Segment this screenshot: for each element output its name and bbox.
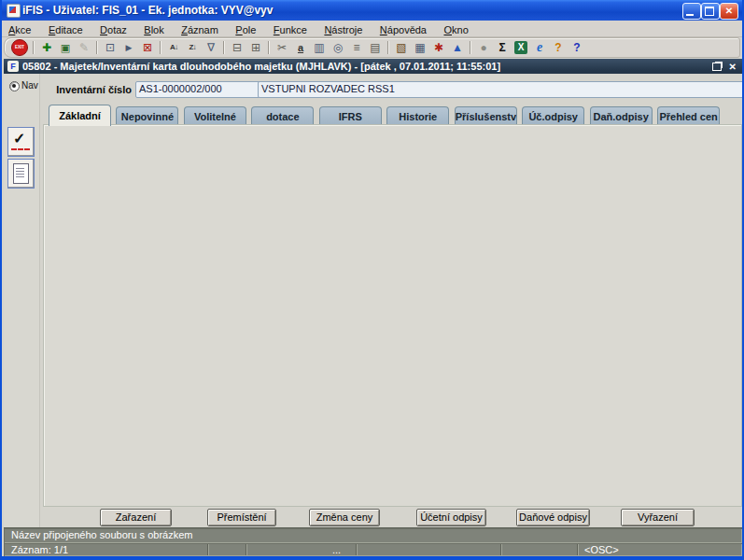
record-help-icon[interactable]: ? [549, 39, 568, 56]
status-divider [356, 544, 358, 555]
new-record-icon[interactable]: ✚ [37, 39, 56, 56]
sort-asc-icon[interactable]: A↓ [164, 39, 183, 56]
ifis-application-window: iFIS - Uživatel: FIS_01 - Ek. jednotka: … [0, 0, 744, 560]
tab-uc-odpisy[interactable]: Úč.odpisy [522, 106, 584, 126]
mdi-close-icon[interactable]: ✕ [729, 60, 737, 74]
sum-icon[interactable]: Σ [493, 39, 512, 56]
excel-icon[interactable]: X [514, 41, 527, 54]
app-icon [7, 4, 21, 18]
vyrazeni-button[interactable]: Vyřazení [621, 509, 695, 526]
minimize-icon [686, 14, 694, 16]
duplicate-record-icon[interactable]: ▣ [56, 39, 75, 56]
maximize-button[interactable] [701, 3, 720, 20]
ifis-form-icon: F [7, 61, 19, 72]
tab-prislusenstvi[interactable]: Příslušenství [455, 106, 517, 126]
mdi-restore-icon[interactable] [712, 63, 722, 71]
list-blocks-icon[interactable]: ▤ [366, 39, 385, 56]
menu-bar: Akce Editace Dotaz Blok Záznam Pole Funk… [2, 21, 742, 37]
title-bar: iFIS - Uživatel: FIS_01 - Ek. jednotka: … [2, 0, 742, 21]
tab-volitelne[interactable]: Volitelné [184, 106, 246, 126]
menu-blok[interactable]: Blok [137, 22, 170, 38]
toolbar-separator [96, 41, 98, 54]
tab-strip: Základní Nepovinné Volitelné dotace IFRS… [49, 105, 742, 124]
premisteni-button[interactable]: Přemístění [207, 509, 276, 526]
zarazeni-button[interactable]: Zařazení [100, 509, 172, 526]
status-message-bar: Název připojeného souboru s obrázkem [4, 527, 742, 543]
menu-editace[interactable]: Editace [42, 22, 90, 38]
paste-icon[interactable]: a [291, 39, 310, 56]
tab-zakladni[interactable]: Základní [49, 105, 111, 126]
status-divider [500, 544, 502, 555]
save-icon[interactable]: ▦ [411, 39, 429, 56]
inventory-number-label: Inventární číslo [39, 83, 132, 97]
enter-query-icon[interactable]: ⊡ [101, 39, 119, 56]
tab-historie[interactable]: Historie [386, 106, 449, 126]
toolbar-separator [387, 41, 389, 54]
attachment-document-icon [13, 163, 29, 184]
toolbar-separator [223, 41, 225, 54]
execute-query-icon[interactable]: ▶ [119, 39, 138, 56]
ucetni-odpisy-button[interactable]: Účetní odpisy [416, 509, 486, 526]
bomb-icon[interactable]: ● [474, 39, 493, 56]
toolbar-separator [470, 41, 471, 54]
edit-record-icon[interactable]: ✎ [75, 39, 93, 56]
nav-radio[interactable] [9, 81, 20, 91]
status-dots: ... [332, 543, 341, 557]
menu-pole[interactable]: Pole [229, 22, 262, 38]
menu-nastroje[interactable]: Nástroje [317, 22, 369, 38]
help-icon[interactable]: ? [568, 39, 586, 56]
status-divider [207, 544, 209, 555]
inventory-number-field[interactable]: AS1-0000002/000 [135, 81, 261, 98]
tab-ifrs[interactable]: IFRS [319, 106, 382, 126]
menu-akce[interactable]: Akce [2, 22, 37, 38]
signature-line-icon [11, 148, 30, 150]
tab-nepovinne[interactable]: Nepovinné [116, 106, 178, 126]
toolbar: EXIT ✚ ▣ ✎ ⊡ ▶ ⊠ A↓ Z↓ ∇ ⊟ ⊞ ✂ a ▥ ◎ ≡ ▤… [2, 37, 742, 58]
filter-icon[interactable]: ∇ [202, 39, 220, 56]
cut-icon[interactable]: ✂ [273, 39, 291, 56]
maximize-icon [705, 7, 714, 16]
cancel-query-icon[interactable]: ⊠ [138, 39, 157, 56]
record-counter: Záznam: 1/1 [11, 543, 68, 557]
toolbar-separator [268, 41, 270, 54]
prism-icon[interactable]: ▲ [448, 39, 467, 56]
mdi-window-title: 05802 - Majetek/Inventární karta dlouhod… [22, 59, 500, 74]
close-button[interactable]: ✕ [720, 3, 738, 20]
status-message: Název připojeného souboru s obrázkem [11, 528, 192, 542]
menu-funkce[interactable]: Funkce [267, 22, 314, 38]
browser-icon[interactable]: e [530, 39, 549, 56]
tab-prehled-cen[interactable]: Přehled cen [657, 106, 720, 126]
toolbar-strip: EXIT ✚ ▣ ✎ ⊡ ▶ ⊠ A↓ Z↓ ∇ ⊟ ⊞ ✂ a ▥ ◎ ≡ ▤… [4, 37, 740, 58]
menu-zaznam[interactable]: Záznam [175, 22, 225, 38]
star-icon[interactable]: ✱ [429, 39, 448, 56]
list-values-icon[interactable]: ≡ [347, 39, 366, 56]
print-icon[interactable]: ⊟ [228, 39, 246, 56]
clipboard-icon[interactable]: ▧ [392, 39, 411, 56]
menu-okno[interactable]: Okno [437, 22, 474, 38]
nav-radio-label: Nav [21, 80, 38, 91]
tab-panel-zakladni [43, 124, 742, 507]
inventory-name-field[interactable]: VSTUPNI ROZVADEC RSS1 [258, 81, 744, 98]
toolbar-separator [160, 41, 161, 54]
print-preview-icon[interactable]: ⊞ [246, 39, 265, 56]
sort-desc-icon[interactable]: Z↓ [183, 39, 202, 56]
status-osc: <OSC> [584, 543, 619, 557]
status-divider [577, 544, 579, 555]
sign-button[interactable]: ✓ [7, 127, 35, 157]
minimize-button[interactable] [682, 3, 701, 20]
zmena-ceny-button[interactable]: Změna ceny [309, 509, 380, 526]
menu-napoveda[interactable]: Nápověda [373, 22, 433, 38]
tab-dan-odpisy[interactable]: Daň.odpisy [590, 106, 653, 126]
signature-icon: ✓ [13, 130, 25, 147]
toolbar-separator [33, 41, 35, 54]
nav-radio-dot [12, 84, 16, 88]
status-divider [246, 544, 247, 555]
mdi-window-header[interactable]: F 05802 - Majetek/Inventární karta dlouh… [4, 59, 742, 74]
exit-icon[interactable]: EXIT [11, 39, 28, 56]
find-icon[interactable]: ◎ [329, 39, 347, 56]
tab-dotace[interactable]: dotace [251, 106, 314, 126]
record-status-bar: Záznam: 1/1 ... <OSC> [4, 543, 742, 556]
danove-odpisy-button[interactable]: Daňové odpisy [516, 509, 590, 526]
menu-dotaz[interactable]: Dotaz [93, 22, 133, 38]
copy-block-icon[interactable]: ▥ [310, 39, 329, 56]
